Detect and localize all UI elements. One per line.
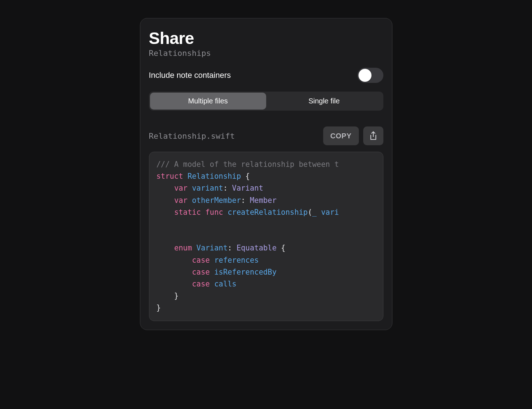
segment-single-file[interactable]: Single file [266, 93, 382, 110]
code-token: : [228, 244, 237, 252]
code-token: } [157, 303, 161, 312]
code-token [157, 268, 192, 276]
file-header: Relationship.swift COPY [149, 126, 383, 145]
code-token [223, 208, 228, 217]
code-token: enum [174, 244, 192, 252]
dialog-subtitle: Relationships [149, 49, 383, 58]
code-token [157, 208, 174, 217]
code-token: case [192, 256, 210, 264]
code-token: var [174, 196, 188, 205]
code-token: Relationship [188, 172, 241, 181]
code-token: : [241, 196, 250, 205]
code-token: Variant [197, 244, 228, 252]
code-token [192, 244, 196, 252]
code-token: variant [192, 184, 223, 192]
code-token: static [174, 208, 201, 217]
code-token [157, 184, 174, 192]
code-token: createRelationship [228, 208, 308, 217]
code-token [183, 172, 188, 181]
code-token [201, 208, 205, 217]
dialog-title: Share [149, 28, 383, 48]
code-token: } [157, 292, 179, 300]
code-token: isReferencedBy [214, 268, 277, 276]
share-icon [369, 131, 377, 141]
code-token: func [205, 208, 223, 217]
copy-button[interactable]: COPY [323, 126, 359, 145]
code-token: otherMember [192, 196, 241, 205]
code-token: /// A model of the relationship between … [157, 160, 339, 169]
code-token: calls [214, 280, 237, 288]
code-token: case [192, 280, 210, 288]
file-actions: COPY [323, 126, 383, 145]
share-dialog: Share Relationships Include note contain… [140, 18, 392, 330]
include-note-containers-label: Include note containers [149, 71, 231, 80]
code-preview: /// A model of the relationship between … [149, 152, 383, 321]
code-token [210, 268, 214, 276]
code-token: references [214, 256, 259, 264]
code-token: vari [321, 208, 339, 217]
code-token: Equatable [237, 244, 277, 252]
include-note-containers-toggle[interactable] [357, 68, 383, 83]
code-token [317, 208, 321, 217]
toggle-knob [359, 69, 371, 82]
code-token: Member [250, 196, 277, 205]
share-button[interactable] [363, 126, 383, 145]
code-token: ( [308, 208, 312, 217]
file-mode-segmented-control: Multiple files Single file [149, 92, 383, 111]
code-token [157, 244, 174, 252]
code-token [157, 196, 174, 205]
code-token: { [241, 172, 250, 181]
code-token [188, 184, 192, 192]
include-note-containers-row: Include note containers [149, 68, 383, 83]
code-token: Variant [232, 184, 263, 192]
code-token: case [192, 268, 210, 276]
code-token: _ [312, 208, 317, 217]
code-token: : [223, 184, 232, 192]
code-token [157, 256, 192, 264]
segment-multiple-files[interactable]: Multiple files [150, 93, 266, 110]
code-token [188, 196, 192, 205]
code-token: { [277, 244, 286, 252]
code-token [210, 256, 214, 264]
code-token [157, 280, 192, 288]
code-token [210, 280, 214, 288]
file-name: Relationship.swift [149, 132, 235, 141]
code-token: var [174, 184, 188, 192]
code-token: struct [157, 172, 183, 181]
